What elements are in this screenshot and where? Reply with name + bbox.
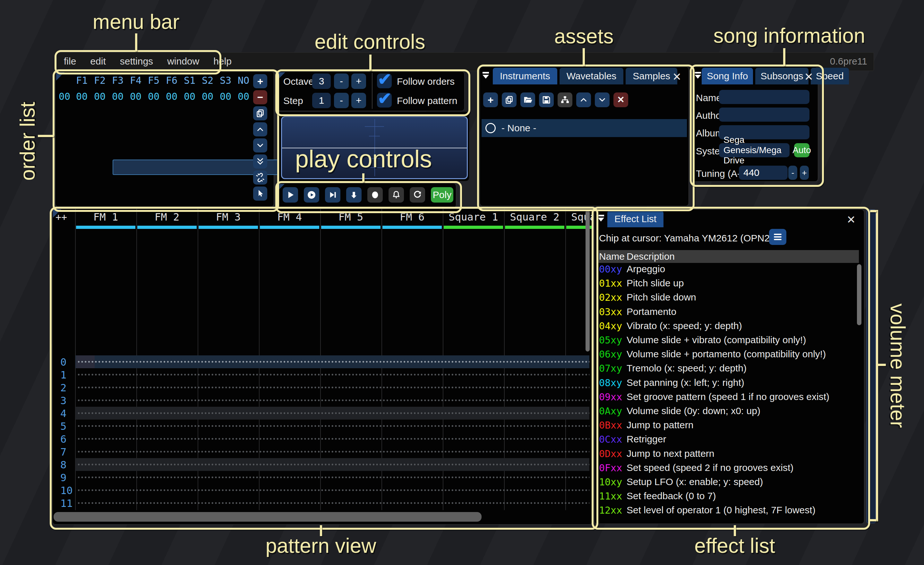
window-collapse-icon[interactable] xyxy=(694,72,702,79)
follow-orders-checkbox[interactable]: ✔ xyxy=(377,74,392,88)
effect-list-menu-button[interactable] xyxy=(769,229,786,245)
effect-row[interactable]: 0BxxJump to pattern xyxy=(594,419,858,434)
order-cell[interactable]: 00 xyxy=(109,91,127,102)
system-value[interactable]: Sega Genesis/Mega Drive xyxy=(719,143,790,157)
order-cell[interactable]: 00 xyxy=(199,91,217,102)
channel-header-5[interactable]: FM 5 xyxy=(320,211,381,223)
asset-list-item[interactable]: - None - xyxy=(482,119,687,137)
step-value[interactable]: 1 xyxy=(312,93,331,108)
tab-effect-list[interactable]: Effect List xyxy=(608,210,663,227)
effect-row[interactable]: 0AxyVolume slide (0y: down; x0: up) xyxy=(594,406,858,419)
record-button[interactable] xyxy=(368,187,383,203)
play-pattern-button[interactable] xyxy=(304,187,319,203)
pattern-empty-row[interactable] xyxy=(76,458,590,471)
octave-increment-button[interactable]: + xyxy=(351,74,366,89)
order-selected-row-highlight[interactable] xyxy=(112,159,303,175)
tab-subsongs[interactable]: Subsongs xyxy=(755,68,808,84)
window-collapse-icon[interactable] xyxy=(483,72,490,79)
menu-item-edit[interactable]: edit xyxy=(90,53,105,70)
metronome-button[interactable] xyxy=(388,187,404,203)
tab-song-info[interactable]: Song Info xyxy=(702,68,753,84)
menu-item-file[interactable]: file xyxy=(64,53,76,70)
order-cell[interactable]: 00 xyxy=(217,91,234,102)
asset-move-down-button[interactable] xyxy=(595,92,610,107)
close-icon[interactable]: ✕ xyxy=(672,71,682,82)
effect-row[interactable]: 00xyArpeggio xyxy=(594,264,858,278)
effect-row[interactable]: 11xxSet feedback (0 to 7) xyxy=(594,490,858,505)
pattern-vertical-scrollbar[interactable] xyxy=(585,210,590,352)
effect-row[interactable]: 04xyVibrato (x: speed; y: depth) xyxy=(594,320,858,335)
effect-row[interactable]: 0DxxJump to next pattern xyxy=(594,448,858,462)
pattern-empty-row[interactable] xyxy=(76,381,590,394)
effect-list-scrollbar[interactable] xyxy=(857,264,861,325)
remove-button[interactable]: − xyxy=(253,90,267,104)
duplicate-button[interactable] xyxy=(253,106,267,120)
pattern-empty-row[interactable] xyxy=(76,445,590,458)
pattern-empty-row[interactable] xyxy=(76,394,590,407)
pattern-corner-button[interactable]: ++ xyxy=(56,212,67,223)
effect-row[interactable]: 01xxPitch slide up xyxy=(594,278,858,292)
oscilloscope-display[interactable] xyxy=(281,116,468,179)
effect-row[interactable]: 12xxSet level of operator 1 (0 highest, … xyxy=(594,505,858,519)
octave-decrement-button[interactable]: - xyxy=(334,74,349,89)
channel-header-1[interactable]: FM 1 xyxy=(75,211,136,223)
move-down-button[interactable] xyxy=(253,138,267,152)
effect-row[interactable]: 09xxSet groove pattern (speed 1 if no gr… xyxy=(594,391,858,406)
order-cell[interactable]: 00 xyxy=(127,91,145,102)
move-to-bottom-button[interactable] xyxy=(253,155,267,168)
asset-move-up-button[interactable] xyxy=(576,92,591,107)
pattern-empty-row[interactable] xyxy=(76,407,590,419)
tab-samples[interactable]: Samples xyxy=(626,68,677,84)
step-one-row-button[interactable] xyxy=(346,187,362,203)
move-up-button[interactable] xyxy=(253,122,267,137)
author-field[interactable] xyxy=(719,108,810,122)
pattern-empty-row[interactable] xyxy=(76,497,590,509)
effect-row[interactable]: 0CxxRetrigger xyxy=(594,434,858,448)
repeat-button[interactable] xyxy=(410,187,425,203)
close-icon[interactable]: ✕ xyxy=(804,71,814,82)
play-from-cursor-button[interactable] xyxy=(325,187,340,203)
step-decrement-button[interactable]: - xyxy=(334,93,349,108)
tuning-decrement-button[interactable]: - xyxy=(788,166,797,180)
channel-header-3[interactable]: FM 3 xyxy=(198,211,259,223)
effect-row[interactable]: 05xyVolume slide + vibrato (compatibilit… xyxy=(594,335,858,349)
order-cell[interactable]: 00 xyxy=(145,91,163,102)
menu-item-settings[interactable]: settings xyxy=(120,53,153,70)
asset-save-button[interactable] xyxy=(539,92,554,107)
effect-row[interactable]: 03xxPortamento xyxy=(594,306,858,320)
order-cell[interactable]: 00 xyxy=(181,91,199,102)
octave-value[interactable]: 3 xyxy=(312,74,331,89)
pattern-empty-row[interactable] xyxy=(76,368,590,381)
effect-row[interactable]: 10xySetup LFO (x: enable; y: speed) xyxy=(594,476,858,490)
channel-header-2[interactable]: FM 2 xyxy=(136,211,198,223)
tab-instruments[interactable]: Instruments xyxy=(493,68,557,84)
pattern-empty-row[interactable] xyxy=(76,484,590,497)
asset-toggle-folders-button[interactable] xyxy=(558,92,572,107)
tuning-increment-button[interactable]: + xyxy=(800,166,809,180)
channel-header-4[interactable]: FM 4 xyxy=(259,211,320,223)
effect-row[interactable]: 08xySet panning (x: left; y: right) xyxy=(594,377,858,391)
channel-header-8[interactable]: Square 2 xyxy=(504,211,565,223)
menu-item-help[interactable]: help xyxy=(213,53,232,70)
pattern-empty-row[interactable] xyxy=(76,419,590,433)
order-cell[interactable]: 00 xyxy=(234,91,252,102)
follow-pattern-checkbox[interactable]: ✔ xyxy=(377,93,392,108)
step-increment-button[interactable]: + xyxy=(351,93,366,108)
window-collapse-icon[interactable] xyxy=(598,215,605,221)
tuning-value[interactable]: 440 xyxy=(739,166,788,180)
play-button[interactable] xyxy=(283,187,298,203)
tab-speed[interactable]: Speed xyxy=(811,68,849,84)
pattern-empty-row[interactable] xyxy=(76,471,590,484)
channel-header-7[interactable]: Square 1 xyxy=(443,211,504,223)
add-button[interactable]: + xyxy=(253,74,267,88)
order-cell[interactable]: 00 xyxy=(73,91,91,102)
effect-row[interactable]: 0FxxSet speed (speed 2 if no grooves exi… xyxy=(594,462,858,476)
order-cell[interactable]: 00 xyxy=(91,91,109,102)
pattern-empty-row[interactable] xyxy=(76,355,590,368)
name-field[interactable] xyxy=(719,90,810,104)
order-cell[interactable]: 00 xyxy=(163,91,181,102)
asset-duplicate-button[interactable] xyxy=(502,92,516,107)
order-row-index[interactable]: 00 xyxy=(56,91,74,102)
channel-header-6[interactable]: FM 6 xyxy=(381,211,443,223)
tab-wavetables[interactable]: Wavetables xyxy=(560,68,624,84)
